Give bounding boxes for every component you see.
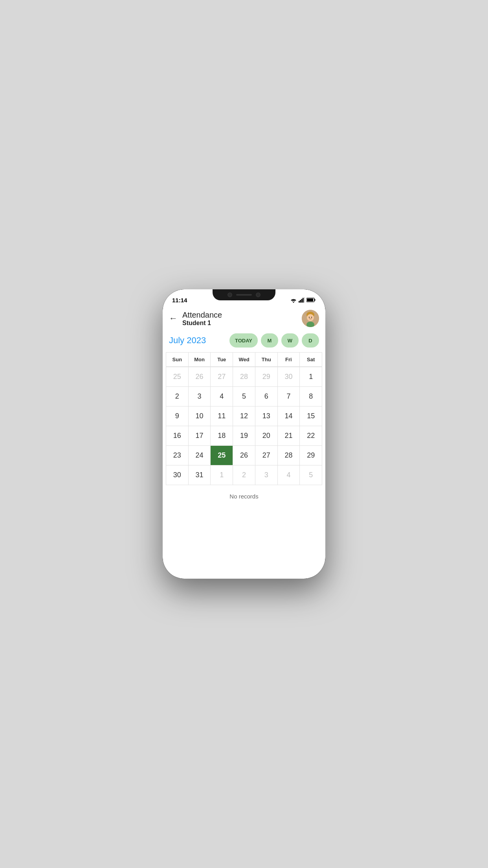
no-records-label: No records	[163, 485, 325, 508]
calendar-day-21[interactable]: 21	[278, 426, 300, 445]
page-header: ← Attendance Student 1	[163, 307, 325, 332]
phone-screen: 11:14	[163, 289, 325, 579]
calendar-day-13[interactable]: 13	[255, 406, 278, 426]
calendar-week-3: 9101112131415	[166, 406, 322, 426]
day-view-button[interactable]: D	[302, 333, 319, 348]
svg-rect-1	[299, 301, 300, 303]
calendar: Sun Mon Tue Wed Thu Fri Sat 252627282930…	[163, 352, 325, 485]
svg-rect-7	[314, 299, 315, 301]
svg-point-12	[309, 317, 310, 318]
header-left: ← Attendance Student 1	[169, 311, 222, 327]
calendar-day-29-other[interactable]: 29	[255, 367, 278, 386]
calendar-day-5-other[interactable]: 5	[300, 465, 322, 485]
calendar-day-20[interactable]: 20	[255, 426, 278, 445]
calendar-day-25[interactable]: 25	[211, 446, 233, 465]
header-sat: Sat	[300, 353, 322, 366]
front-camera	[227, 292, 232, 297]
calendar-day-28[interactable]: 28	[278, 446, 300, 465]
calendar-day-16[interactable]: 16	[166, 426, 189, 445]
month-view-button[interactable]: M	[261, 333, 278, 348]
calendar-day-2[interactable]: 2	[166, 387, 189, 406]
student-avatar[interactable]	[302, 310, 319, 327]
calendar-week-5: 23242526272829	[166, 445, 322, 465]
calendar-day-30[interactable]: 30	[166, 465, 189, 485]
view-buttons: TODAY M W D	[229, 333, 319, 348]
student-name: Student 1	[182, 320, 222, 327]
wifi-icon	[290, 297, 297, 303]
calendar-day-26[interactable]: 26	[233, 446, 255, 465]
calendar-controls: July 2023 TODAY M W D	[163, 332, 325, 352]
header-mon: Mon	[189, 353, 211, 366]
calendar-day-18[interactable]: 18	[211, 426, 233, 445]
today-button[interactable]: TODAY	[229, 333, 258, 348]
header-tue: Tue	[211, 353, 233, 366]
calendar-day-22[interactable]: 22	[300, 426, 322, 445]
calendar-day-14[interactable]: 14	[278, 406, 300, 426]
calendar-day-31[interactable]: 31	[189, 465, 211, 485]
calendar-day-23[interactable]: 23	[166, 446, 189, 465]
calendar-day-3[interactable]: 3	[189, 387, 211, 406]
status-icons	[290, 297, 316, 303]
svg-rect-2	[300, 300, 301, 303]
svg-rect-8	[307, 298, 313, 301]
calendar-day-24[interactable]: 24	[189, 446, 211, 465]
svg-rect-3	[301, 299, 303, 302]
calendar-day-11[interactable]: 11	[211, 406, 233, 426]
header-wed: Wed	[233, 353, 255, 366]
sensor	[256, 292, 261, 297]
calendar-day-8[interactable]: 8	[300, 387, 322, 406]
calendar-grid: 2526272829301234567891011121314151617181…	[166, 367, 322, 485]
calendar-week-4: 16171819202122	[166, 426, 322, 445]
calendar-day-2-other[interactable]: 2	[233, 465, 255, 485]
notch	[213, 289, 275, 300]
header-thu: Thu	[255, 353, 278, 366]
calendar-day-30-other[interactable]: 30	[278, 367, 300, 386]
svg-rect-5	[304, 297, 305, 302]
calendar-day-17[interactable]: 17	[189, 426, 211, 445]
calendar-day-6[interactable]: 6	[255, 387, 278, 406]
svg-rect-4	[303, 298, 304, 303]
back-button[interactable]: ←	[169, 313, 178, 324]
phone-frame: 11:14	[163, 289, 325, 579]
calendar-day-12[interactable]: 12	[233, 406, 255, 426]
calendar-day-1-other[interactable]: 1	[211, 465, 233, 485]
month-year-label: July 2023	[169, 335, 206, 346]
battery-icon	[306, 297, 316, 303]
header-fri: Fri	[278, 353, 300, 366]
status-time: 11:14	[172, 297, 187, 303]
page-title: Attendance	[182, 311, 222, 320]
header-title-block: Attendance Student 1	[182, 311, 222, 327]
calendar-day-25-other[interactable]: 25	[166, 367, 189, 386]
speaker	[236, 294, 252, 296]
calendar-day-10[interactable]: 10	[189, 406, 211, 426]
header-sun: Sun	[166, 353, 189, 366]
svg-point-0	[293, 302, 294, 303]
calendar-day-4[interactable]: 4	[211, 387, 233, 406]
week-view-button[interactable]: W	[281, 333, 299, 348]
calendar-day-9[interactable]: 9	[166, 406, 189, 426]
calendar-day-3-other[interactable]: 3	[255, 465, 278, 485]
calendar-week-2: 2345678	[166, 386, 322, 406]
calendar-day-26-other[interactable]: 26	[189, 367, 211, 386]
calendar-day-5[interactable]: 5	[233, 387, 255, 406]
calendar-week-1: 2526272829301	[166, 367, 322, 386]
svg-point-13	[311, 317, 312, 318]
signal-icon	[299, 297, 305, 303]
calendar-day-headers: Sun Mon Tue Wed Thu Fri Sat	[166, 352, 322, 367]
calendar-day-7[interactable]: 7	[278, 387, 300, 406]
calendar-day-29[interactable]: 29	[300, 446, 322, 465]
calendar-day-4-other[interactable]: 4	[278, 465, 300, 485]
svg-point-11	[307, 314, 314, 321]
calendar-day-15[interactable]: 15	[300, 406, 322, 426]
calendar-day-28-other[interactable]: 28	[233, 367, 255, 386]
calendar-day-1[interactable]: 1	[300, 367, 322, 386]
calendar-day-27[interactable]: 27	[255, 446, 278, 465]
calendar-day-19[interactable]: 19	[233, 426, 255, 445]
calendar-day-27-other[interactable]: 27	[211, 367, 233, 386]
calendar-week-6: 303112345	[166, 465, 322, 485]
